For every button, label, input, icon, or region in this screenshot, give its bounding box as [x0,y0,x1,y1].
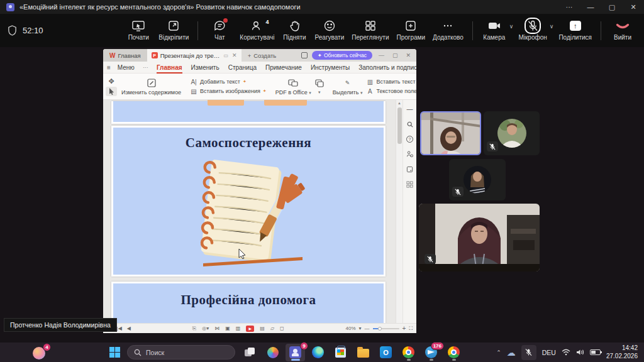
taskbar-app-store[interactable] [331,344,350,361]
search-icon[interactable] [407,120,413,128]
participant-tile-camera-off[interactable] [449,159,506,200]
menu-more-icon[interactable]: ··· [143,64,148,70]
people-button[interactable]: 4Користувачі [236,18,278,43]
wps-menu-инструменты[interactable]: Инструменты [306,63,354,72]
raise-hand-button[interactable]: Підняти [279,18,311,43]
chat-button[interactable]: Чат [203,18,236,43]
highlight-button[interactable]: ✎ Выделить ▾ [333,78,363,96]
wps-document-tab[interactable]: P Презентація до тренінгу_[0 ▭ ✕ [147,49,242,62]
zoom-slider[interactable] [373,328,399,329]
wps-close-button[interactable]: ✕ [404,52,413,58]
hand-tool-icon[interactable]: ✥ [106,77,117,86]
start-button[interactable] [106,344,123,361]
insert-image-button[interactable]: ▤ Вставить изображения ✦ [190,88,267,95]
scrollbar-thumb[interactable] [397,107,402,144]
book-mode-icon[interactable]: ▤ [260,326,265,331]
scroll-up-icon[interactable]: ▲ [396,100,402,105]
onedrive-icon[interactable]: ☁ [507,348,516,358]
fit-width-icon[interactable]: ⋈ [214,326,219,331]
hamburger-icon[interactable]: ≡ [107,64,111,71]
wps-menu-страница[interactable]: Страница [224,63,261,72]
taskbar-app-copilot[interactable] [263,344,282,361]
taskbar-app-teams[interactable]: 9 [286,344,305,361]
mouse-cursor [238,249,246,259]
taskbar-app-edge[interactable] [308,344,328,361]
tray-mic-muted[interactable] [521,345,536,360]
insert-text-button[interactable]: ▥ Вставить текст [366,79,416,85]
one-page-icon[interactable]: ▣ [225,326,230,331]
pdf-document-area[interactable]: Самоспостереження [103,100,416,323]
taskbar-app-chrome-2[interactable] [444,344,464,361]
taskbar-app-chrome[interactable] [399,344,418,361]
taskbar-search[interactable]: Поиск [127,345,235,359]
wps-home-tab[interactable]: W Главная [103,49,147,62]
tray-expand-icon[interactable]: ⌃ [496,349,501,356]
participant-tile-camera-off[interactable] [484,111,540,155]
wps-menu-button[interactable]: Меню [113,63,139,72]
first-page-icon[interactable]: |◀ [117,326,122,331]
wps-minimize-button[interactable]: — [377,52,386,58]
taskbar-app-task-view[interactable] [240,344,260,361]
batch-convert-button[interactable]: ▾ [315,79,324,95]
window-minimize-button[interactable]: — [580,0,601,14]
wps-maximize-button[interactable]: ▢ [391,52,400,58]
accessibility-icon[interactable] [406,150,413,158]
pdf-to-office-button[interactable]: PDF в Office ▾ [275,78,311,96]
zoom-out-icon[interactable]: — [365,326,370,331]
update-now-button[interactable]: ✦ Обновить сейчас [312,51,372,60]
speaker-icon[interactable] [576,349,584,356]
wps-menu-изменить[interactable]: Изменить [187,63,224,72]
window-more-button[interactable]: ··· [558,0,580,14]
share-button[interactable]: ↑Поділитися [555,18,596,43]
taskbar-app-outlook[interactable] [376,344,396,361]
taskbar-app-telegram[interactable]: 176 [421,344,441,361]
wps-menu-примечание[interactable]: Примечание [261,63,306,72]
single-page-icon[interactable]: ⎘ [192,326,196,332]
play-slideshow-button[interactable]: ▶ [246,326,254,332]
edit-content-button[interactable]: Изменить содержимое [121,78,181,96]
zoom-dropdown-icon[interactable]: ▾ [359,326,362,331]
tab-pin-icon[interactable]: ▭ [224,53,229,58]
leave-button[interactable]: Вийти [606,18,639,43]
notes-icon[interactable] [406,165,413,173]
two-page-icon[interactable]: ▥ [236,326,241,331]
unpin-button[interactable]: Відкріпити [155,18,192,43]
widgets-button[interactable]: 4 [33,345,48,360]
prev-page-icon[interactable]: ◀ [127,326,131,331]
add-text-button[interactable]: A| Добавить текст ✦ [190,79,267,85]
battery-icon[interactable] [590,349,601,355]
tab-close-icon[interactable]: ✕ [232,52,237,58]
tab-list-icon[interactable] [301,52,308,58]
fullscreen-icon[interactable]: ⛶ [409,326,413,332]
wifi-icon[interactable] [562,349,570,356]
help-icon[interactable]: ? [406,135,413,143]
window-maximize-button[interactable]: ▢ [601,0,623,14]
tray-clock[interactable]: 14:42 27.02.2026 [606,344,638,360]
window-close-button[interactable]: ✕ [623,0,644,14]
wps-menu-заполнить-и-подписать[interactable]: Заполнить и подписать [354,63,416,72]
wps-menu-главная[interactable]: Главная [152,63,187,72]
react-button[interactable]: Реагувати [311,18,348,43]
more-button[interactable]: Додатково [429,18,467,43]
select-tool-icon[interactable] [106,87,117,96]
text-box-button[interactable]: A Текстовое поле [366,88,416,95]
zoom-in-icon[interactable]: + [402,325,406,332]
view-eye-icon[interactable]: ◎▾ [202,326,209,331]
microphone-button[interactable]: Мікрофон [514,18,550,43]
participant-video[interactable] [419,204,540,272]
zoom-level[interactable]: 40% [346,326,356,331]
crop-mode-icon[interactable]: ▱ [270,326,274,331]
keyboard-language[interactable]: DEU [542,349,556,356]
apps-button[interactable]: Програми [393,18,430,43]
wps-new-tab-button[interactable]: + Создать [242,52,283,59]
bookmark-mode-icon[interactable]: ◻ [280,326,284,331]
tray-date: 27.02.2026 [606,353,638,361]
view-button[interactable]: Переглянути [348,18,392,43]
participant-video-speaking[interactable] [420,111,481,155]
collapse-icon[interactable]: — [407,105,413,113]
start-share-button[interactable]: Почати [122,18,155,43]
document-scrollbar[interactable]: ▲ [396,100,402,323]
grid-view-icon[interactable] [406,180,413,189]
taskbar-app-file-explorer[interactable] [353,344,373,361]
camera-button[interactable]: Камера [478,18,511,43]
